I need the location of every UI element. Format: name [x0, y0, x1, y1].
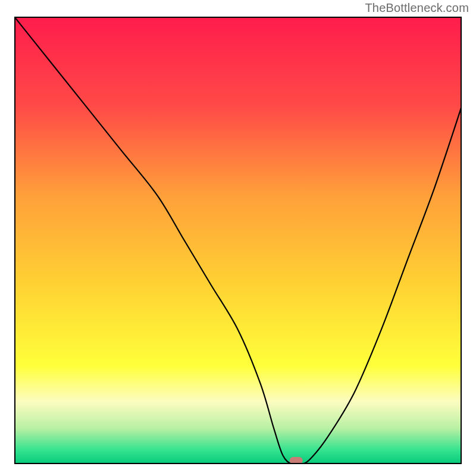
gradient-background — [14, 17, 462, 464]
chart-svg — [14, 17, 462, 464]
chart-container: TheBottleneck.com — [0, 0, 476, 476]
watermark-text: TheBottleneck.com — [365, 1, 469, 15]
plot-area — [14, 17, 462, 464]
